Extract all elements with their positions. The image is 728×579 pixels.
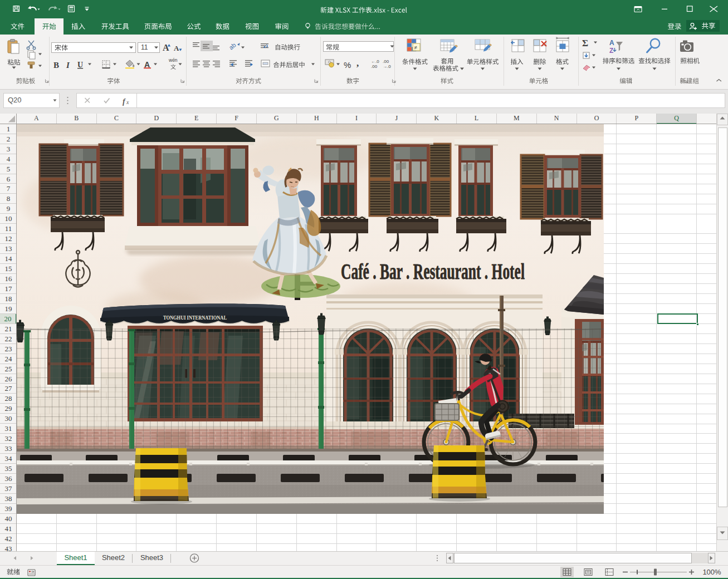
svg-text:TONGHUI INTERNATIONAL: TONGHUI INTERNATIONAL bbox=[163, 314, 227, 321]
svg-text:Café . Bar . Restaurant . Hote: Café . Bar . Restaurant . Hotel bbox=[341, 259, 525, 284]
